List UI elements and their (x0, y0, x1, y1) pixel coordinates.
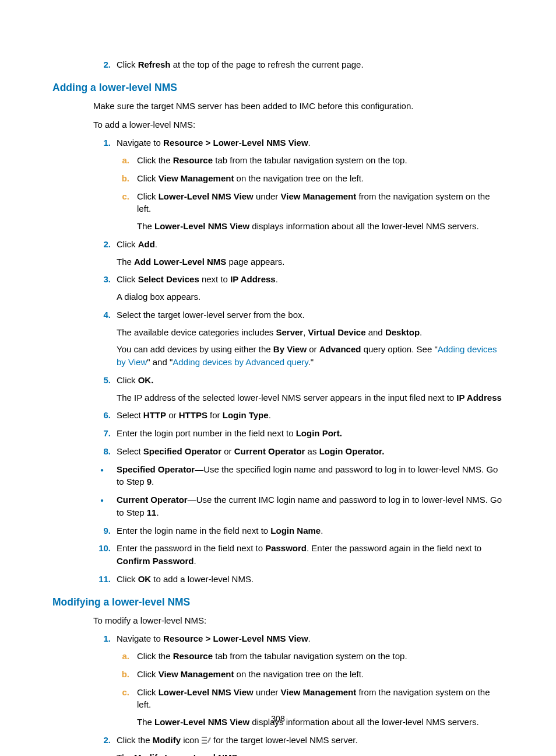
text: Enter the login name in the field next t… (117, 526, 270, 536)
substep-list: a. Click the Resource tab from the tabul… (117, 154, 504, 233)
substep-b: b. Click View Management on the navigati… (117, 668, 504, 681)
substep-a: a. Click the Resource tab from the tabul… (117, 154, 504, 167)
bold: HTTPS (179, 410, 207, 420)
text: , (303, 327, 308, 337)
bold: Add (138, 239, 155, 249)
text: and (366, 327, 385, 337)
step-number: 10. (93, 542, 111, 555)
svg-rect-0 (202, 737, 207, 738)
step-number: 2. (93, 238, 111, 251)
text: page appears. (226, 257, 284, 267)
text: Enter the login port number in the field… (117, 428, 296, 438)
bold: View Management (159, 669, 234, 679)
heading-modifying-lower-level-nms: Modifying a lower-level NMS (52, 596, 504, 608)
page: 2. Click Refresh at the top of the page … (0, 0, 556, 756)
bold: Resource (173, 651, 213, 661)
bold: Current Operator (234, 446, 305, 456)
text: . (321, 526, 323, 536)
step-number: 7. (93, 427, 111, 440)
text: . (152, 477, 154, 487)
substep-letter: a. (117, 154, 129, 167)
bold: Select Devices (138, 274, 199, 284)
bold: Specified Operator (117, 464, 195, 474)
substep-letter: c. (117, 190, 129, 203)
link-adding-devices-by-advanced-query[interactable]: Adding devices by Advanced query (173, 357, 308, 367)
intro-paragraph: To modify a lower-level NMS: (93, 614, 504, 627)
step-7-login-port: 7. Enter the login port number in the fi… (93, 427, 504, 440)
text: Enter the password in the field next to (117, 543, 265, 553)
text: " and " (147, 357, 173, 367)
text: Click the (137, 155, 173, 165)
bold: View Management (159, 173, 234, 183)
step-number: 5. (93, 374, 111, 387)
text: . (420, 327, 422, 337)
bold: Refresh (138, 60, 171, 69)
text: at the top of the page to refresh the cu… (171, 60, 364, 69)
step-number: 8. (93, 445, 111, 458)
text: . (156, 508, 159, 517)
text: You can add devices by using either the (117, 344, 273, 354)
text: next to (199, 274, 230, 284)
step-6-login-type: 6. Select HTTP or HTTPS for Login Type. (93, 409, 504, 422)
text: Select (117, 446, 143, 456)
bold: Modify (153, 735, 181, 745)
bold: Login Name (270, 526, 321, 536)
text: . (269, 410, 271, 420)
text: . (308, 634, 311, 643)
step-number: 4. (93, 309, 111, 321)
bold: View Management (280, 687, 356, 697)
step-8-login-operator: 8. Select Specified Operator or Current … (93, 445, 504, 458)
bold: Advanced (319, 344, 361, 354)
bold: Desktop (385, 327, 420, 337)
text: Click (137, 669, 159, 679)
text: displays information about all the lower… (249, 221, 479, 231)
text: on the navigation tree on the left. (234, 173, 364, 183)
bold: Resource > Lower-Level NMS View (163, 634, 308, 643)
bold: Resource > Lower-Level NMS View (163, 138, 308, 148)
intro-paragraph: Make sure the target NMS server has been… (93, 100, 504, 113)
step-4-select-target: 4. Select the target lower-level server … (93, 309, 504, 369)
text: . (194, 556, 196, 566)
bold: By View (273, 344, 307, 354)
bold: Specified Operator (143, 446, 221, 456)
step-result: The Add Lower-Level NMS page appears. (117, 256, 504, 268)
substep-a: a. Click the Resource tab from the tabul… (117, 650, 504, 663)
text: Select the target lower-level server fro… (117, 310, 305, 320)
step-detail: You can add devices by using either the … (117, 343, 504, 369)
svg-rect-1 (202, 740, 207, 741)
step-2-refresh: 2. Click Refresh at the top of the page … (93, 58, 504, 71)
text: The (117, 257, 134, 267)
text: . (276, 274, 278, 284)
step-10-password: 10. Enter the password in the field next… (93, 542, 504, 568)
text: as (305, 446, 319, 456)
text: Click (137, 687, 159, 697)
step-number: 1. (93, 136, 111, 149)
step-3-select-devices: 3. Click Select Devices next to IP Addre… (93, 273, 504, 303)
bold: Server (276, 327, 304, 337)
text: Navigate to (117, 634, 163, 643)
substep-letter: b. (117, 172, 129, 185)
step-result: A dialog box appears. (117, 290, 504, 303)
bold: Password (265, 543, 307, 553)
step-result: The Modify Lower-Level NMS page appears. (117, 751, 504, 757)
text: Select (117, 410, 143, 420)
step-number: 11. (93, 573, 111, 586)
bold: Confirm Password (117, 556, 194, 566)
bold: 11 (147, 508, 157, 517)
text: Click (117, 60, 138, 69)
text: query option. See " (361, 344, 437, 354)
text: Navigate to (117, 138, 163, 148)
text: or (221, 446, 234, 456)
step-2-click-modify: 2. Click the Modify icon for the target … (93, 734, 504, 756)
svg-rect-2 (202, 743, 207, 744)
text: under (254, 687, 281, 697)
text: Click the (117, 735, 153, 745)
text: Click (137, 191, 159, 201)
bold: IP Address (456, 393, 502, 402)
intro-paragraph: To add a lower-level NMS: (93, 118, 504, 131)
text: The IP address of the selected lower-lev… (117, 393, 456, 402)
heading-adding-lower-level-nms: Adding a lower-level NMS (52, 82, 504, 94)
text: The (117, 752, 134, 757)
text: ." (308, 357, 314, 367)
step-result: The IP address of the selected lower-lev… (117, 391, 504, 404)
